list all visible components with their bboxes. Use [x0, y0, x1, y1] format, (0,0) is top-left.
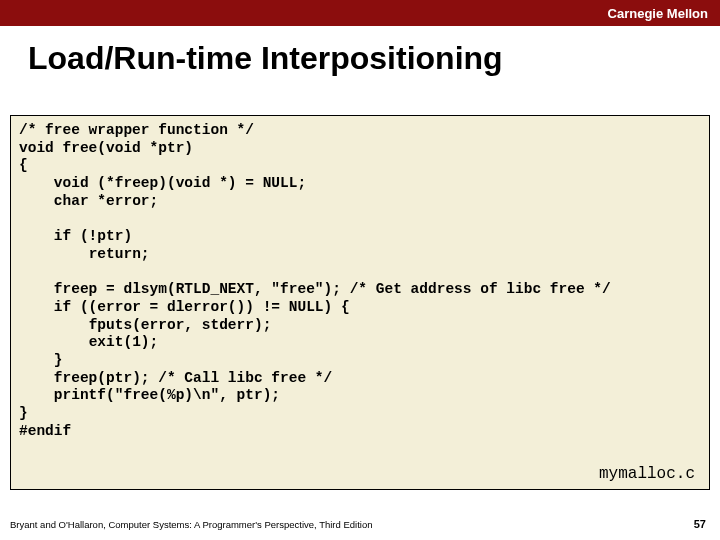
institution-name: Carnegie Mellon — [608, 6, 708, 21]
slide-title: Load/Run-time Interpositioning — [28, 40, 700, 77]
page-number: 57 — [694, 518, 706, 530]
filename-label: mymalloc.c — [599, 465, 695, 483]
footer-citation: Bryant and O'Hallaron, Computer Systems:… — [10, 519, 373, 530]
slide: Carnegie Mellon Load/Run-time Interposit… — [0, 0, 720, 540]
code-listing: /* free wrapper function */ void free(vo… — [19, 122, 701, 440]
header-bar: Carnegie Mellon — [0, 0, 720, 26]
code-box: /* free wrapper function */ void free(vo… — [10, 115, 710, 490]
